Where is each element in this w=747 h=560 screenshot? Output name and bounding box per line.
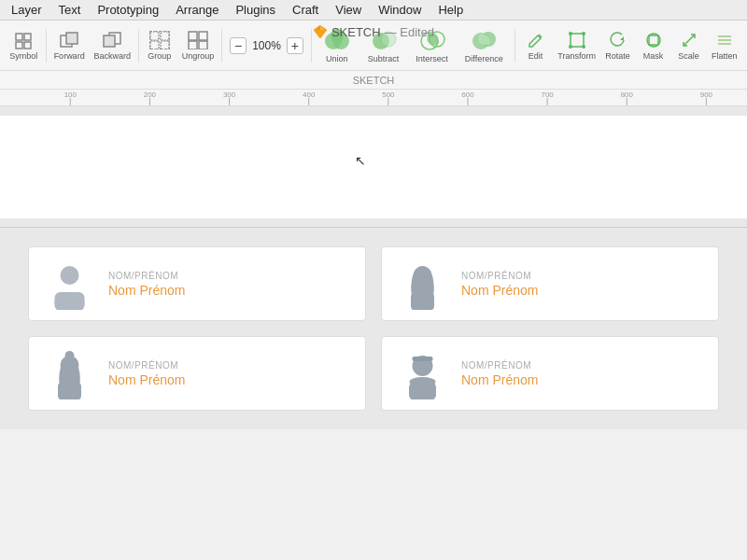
sketch-label-bar: SKETCH (0, 71, 747, 90)
rotate-tool[interactable]: Rotate (601, 27, 635, 64)
menu-help[interactable]: Help (430, 1, 471, 19)
svg-point-57 (61, 266, 79, 285)
rotate-label: Rotate (605, 51, 630, 61)
svg-rect-59 (55, 292, 85, 310)
ungroup-tool[interactable]: Ungroup (178, 27, 218, 64)
menu-arrange[interactable]: Arrange (168, 1, 226, 19)
symbol-tool[interactable]: Symbol (6, 27, 42, 64)
card-info-4: NOM/PRÉNOM Nom Prénom (461, 360, 538, 387)
svg-rect-17 (189, 32, 197, 40)
svg-text:200: 200 (144, 91, 157, 99)
difference-icon (470, 28, 498, 52)
app-title: SKETCH (331, 25, 381, 39)
ungroup-label: Ungroup (182, 51, 215, 61)
mask-label: Mask (643, 51, 664, 61)
symbol-icon (12, 31, 35, 49)
avatar-2 (397, 259, 448, 310)
menu-text[interactable]: Text (51, 1, 89, 19)
svg-rect-5 (24, 34, 31, 40)
svg-rect-66 (413, 357, 433, 361)
svg-point-63 (65, 351, 75, 360)
rotate-icon (607, 31, 629, 49)
svg-rect-37 (649, 35, 658, 45)
sketch-logo-icon (313, 24, 328, 39)
avatar-1 (44, 259, 95, 310)
menu-plugins[interactable]: Plugins (228, 1, 283, 19)
svg-rect-4 (16, 34, 22, 40)
scale-icon (678, 31, 700, 49)
transform-label: Transform (557, 51, 596, 61)
card-label-1: NOM/PRÉNOM (108, 271, 185, 281)
svg-rect-11 (104, 35, 115, 47)
forward-icon (58, 31, 80, 49)
mask-tool[interactable]: Mask (637, 27, 670, 64)
svg-text:100: 100 (64, 91, 78, 99)
group-label: Group (148, 51, 171, 61)
card-name-1: Nom Prénom (108, 283, 185, 298)
subtract-label: Subtract (368, 54, 400, 63)
canvas-area[interactable]: ↖ (0, 106, 747, 228)
menu-window[interactable]: Window (371, 1, 429, 19)
zoom-minus-button[interactable]: − (230, 37, 247, 54)
toolbar: SKETCH — Edited Symbol Forward (0, 21, 747, 71)
svg-marker-3 (314, 30, 327, 38)
symbol-label: Symbol (9, 51, 37, 61)
scale-tool[interactable]: Scale (672, 27, 706, 64)
menu-view[interactable]: View (328, 1, 369, 19)
transform-tool[interactable]: Transform (555, 27, 599, 64)
union-label: Union (326, 54, 348, 63)
cards-section: NOM/PRÉNOM Nom Prénom NOM/PRÉNOM Nom Pré… (0, 228, 747, 429)
toolbar-separator-4 (311, 29, 312, 63)
svg-text:600: 600 (461, 91, 474, 99)
difference-label: Difference (465, 54, 503, 63)
intersect-label: Intersect (416, 54, 448, 63)
svg-text:400: 400 (303, 91, 316, 99)
menu-prototyping[interactable]: Prototyping (90, 1, 166, 19)
cursor: ↖ (355, 153, 366, 168)
avatar-3 (44, 348, 95, 399)
avatar-4 (397, 348, 448, 399)
group-tool[interactable]: Group (143, 27, 176, 64)
menu-layer[interactable]: Layer (4, 1, 49, 19)
edit-icon (525, 31, 547, 49)
card-label-3: NOM/PRÉNOM (108, 360, 185, 371)
ruler: 100 200 300 400 500 600 700 800 900 (0, 90, 747, 106)
sketch-label: SKETCH (353, 75, 395, 86)
backward-tool[interactable]: Backward (91, 27, 134, 64)
menu-craft[interactable]: Craft (285, 1, 326, 19)
ungroup-icon (187, 31, 209, 49)
svg-point-34 (582, 45, 585, 49)
svg-point-32 (582, 32, 585, 35)
edit-tool[interactable]: Edit (519, 27, 553, 64)
svg-point-31 (569, 32, 572, 35)
svg-rect-30 (571, 34, 584, 47)
svg-text:300: 300 (223, 91, 236, 99)
svg-rect-7 (24, 42, 31, 49)
backward-label: Backward (94, 51, 132, 61)
difference-tool[interactable]: Difference (458, 26, 511, 65)
svg-rect-12 (150, 32, 159, 40)
toolbar-separator-5 (514, 29, 515, 63)
canvas-white (0, 116, 747, 218)
svg-rect-15 (161, 41, 169, 49)
flatten-tool[interactable]: Flatten (708, 27, 741, 64)
profile-card-4: NOM/PRÉNOM Nom Prénom (381, 336, 719, 411)
svg-text:900: 900 (700, 91, 713, 99)
card-name-3: Nom Prénom (108, 372, 185, 387)
svg-text:500: 500 (382, 91, 395, 99)
ruler-marks: 100 200 300 400 500 600 700 800 900 (0, 90, 747, 105)
card-info-1: NOM/PRÉNOM Nom Prénom (108, 271, 185, 298)
zoom-group: − 100% + (226, 37, 307, 54)
ruler-svg: 100 200 300 400 500 600 700 800 900 (4, 90, 743, 105)
avatar-male-2-icon (397, 348, 448, 399)
edit-label: Edit (529, 51, 543, 61)
zoom-plus-button[interactable]: + (287, 37, 303, 54)
svg-point-33 (569, 45, 572, 49)
svg-rect-64 (58, 382, 81, 399)
svg-rect-13 (161, 32, 169, 40)
forward-tool[interactable]: Forward (50, 27, 89, 64)
menubar: Layer Text Prototyping Arrange Plugins C… (0, 0, 747, 21)
card-name-4: Nom Prénom (461, 372, 538, 387)
avatar-male-1-icon (44, 259, 95, 310)
zoom-value[interactable]: 100% (248, 39, 285, 52)
